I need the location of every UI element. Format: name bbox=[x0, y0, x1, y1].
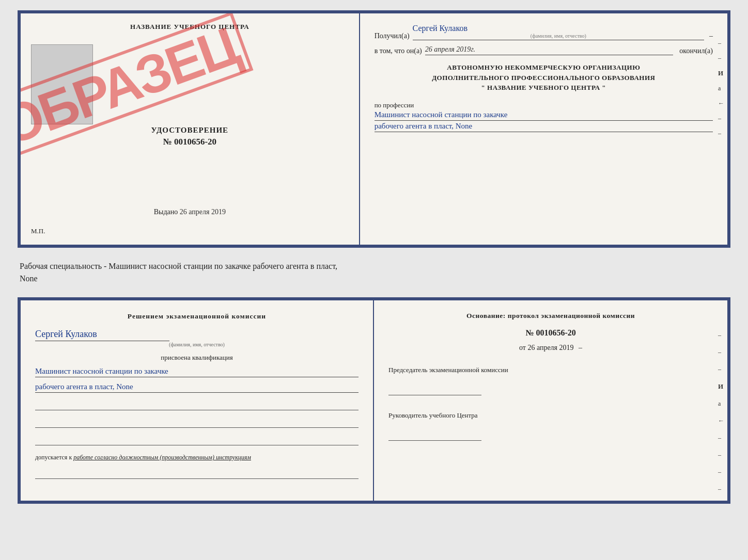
cert-po-professii: по профессии bbox=[375, 101, 713, 109]
bottom-number: № 0010656-20 bbox=[388, 328, 713, 338]
cert-mp: М.П. bbox=[31, 227, 45, 235]
bottom-dash-date: – bbox=[579, 344, 582, 351]
cert-vtom-line: в том, что он(а) 26 апреля 2019г. окончи… bbox=[375, 45, 713, 55]
bottom-rukovoditel-line bbox=[388, 430, 481, 441]
bottom-left-panel: Решением экзаменационной комиссии Сергей… bbox=[21, 300, 374, 501]
cert-udost-title: УДОСТОВЕРЕНИЕ bbox=[151, 126, 229, 135]
bottom-osnovanie-label: Основание: протокол экзаменационной коми… bbox=[388, 312, 713, 320]
bottom-right-dashes: – – – И а ← – – – – bbox=[718, 331, 724, 493]
cert-udost-block: УДОСТОВЕРЕНИЕ № 0010656-20 bbox=[151, 126, 229, 147]
cert-dash1: – bbox=[709, 32, 713, 40]
cert-vtom-label: в том, что он(а) bbox=[375, 47, 422, 55]
cert-poluchil-name: Сергей Кулаков bbox=[413, 24, 467, 33]
cert-org-line1: АВТОНОМНУЮ НЕКОММЕРЧЕСКУЮ ОРГАНИЗАЦИЮ bbox=[375, 62, 713, 73]
cert-poluchil-value: Сергей Кулаков (фамилия, имя, отчество) bbox=[413, 24, 704, 40]
cert-okonchil-label: окончил(а) bbox=[679, 47, 713, 55]
bottom-prisvoena: присвоена квалификация bbox=[35, 354, 359, 362]
cert-right-panel: Получил(a) Сергей Кулаков (фамилия, имя,… bbox=[360, 13, 727, 245]
cert-left-title: НАЗВАНИЕ УЧЕБНОГО ЦЕНТРА bbox=[130, 23, 250, 31]
specialty-text-main: Рабочая специальность - Машинист насосно… bbox=[20, 262, 337, 270]
bottom-date-value: 26 апреля 2019 bbox=[527, 344, 573, 351]
bottom-name-hint: (фамилия, имя, отчество) bbox=[35, 342, 359, 347]
cert-left-panel: НАЗВАНИЕ УЧЕБНОГО ЦЕНТРА ОБРАЗЕЦ УДОСТОВ… bbox=[21, 13, 360, 245]
bottom-rukovoditel-label: Руководитель учебного Центра bbox=[388, 411, 713, 420]
bottom-date: от 26 апреля 2019 – bbox=[388, 344, 713, 352]
cert-profession-line2: рабочего агента в пласт, None bbox=[375, 122, 713, 132]
cert-poluchil-hint: (фамилия, имя, отчество) bbox=[413, 33, 704, 39]
bottom-blank-line2 bbox=[35, 418, 359, 428]
cert-udost-number: № 0010656-20 bbox=[151, 137, 229, 147]
cert-right-dashes: – – И а ← – – bbox=[718, 39, 724, 137]
bottom-допускается-value: работе согласно должностным (производств… bbox=[73, 454, 251, 461]
bottom-heading: Решением экзаменационной комиссии bbox=[35, 312, 359, 322]
cert-vydano-date: 26 апреля 2019 bbox=[180, 208, 226, 216]
cert-poluchil-line: Получил(a) Сергей Кулаков (фамилия, имя,… bbox=[375, 24, 713, 40]
bottom-predsedatel-line bbox=[388, 385, 481, 395]
bottom-name-block: Сергей Кулаков (фамилия, имя, отчество) bbox=[35, 329, 359, 347]
bottom-допускается-label: допускается к bbox=[35, 454, 72, 461]
bottom-profession-line2: рабочего агента в пласт, None bbox=[35, 382, 359, 393]
specialty-text-none: None bbox=[20, 274, 38, 283]
cert-vydano: Выдано 26 апреля 2019 bbox=[154, 208, 226, 216]
bottom-blank-line3 bbox=[35, 435, 359, 445]
cert-org-block: АВТОНОМНУЮ НЕКОММЕРЧЕСКУЮ ОРГАНИЗАЦИЮ ДО… bbox=[375, 62, 713, 93]
certificate-bottom: Решением экзаменационной комиссии Сергей… bbox=[18, 297, 730, 504]
bottom-profession-line1: Машинист насосной станции по закачке bbox=[35, 367, 359, 377]
bottom-blank-line4 bbox=[35, 469, 359, 479]
cert-photo-area bbox=[31, 44, 93, 124]
bottom-blank-line1 bbox=[35, 400, 359, 410]
cert-vtom-value: 26 апреля 2019г. bbox=[425, 45, 674, 55]
cert-profession-line1: Машинист насосной станции по закачке bbox=[375, 110, 713, 121]
cert-poluchil-label: Получил(a) bbox=[375, 32, 410, 40]
cert-vydano-label: Выдано bbox=[154, 208, 178, 216]
cert-org-line2: ДОПОЛНИТЕЛЬНОГО ПРОФЕССИОНАЛЬНОГО ОБРАЗО… bbox=[375, 73, 713, 83]
bottom-right-panel: Основание: протокол экзаменационной коми… bbox=[374, 300, 727, 501]
bottom-name-value: Сергей Кулаков bbox=[35, 329, 169, 341]
specialty-text-block: Рабочая специальность - Машинист насосно… bbox=[18, 257, 730, 288]
bottom-predsedatel-label: Председатель экзаменационной комиссии bbox=[388, 365, 713, 375]
bottom-ot-label: от bbox=[519, 344, 526, 351]
certificate-top: НАЗВАНИЕ УЧЕБНОГО ЦЕНТРА ОБРАЗЕЦ УДОСТОВ… bbox=[18, 10, 730, 248]
cert-org-line3: " НАЗВАНИЕ УЧЕБНОГО ЦЕНТРА " bbox=[375, 83, 713, 93]
bottom-допускается-block: допускается к работе согласно должностны… bbox=[35, 454, 359, 461]
